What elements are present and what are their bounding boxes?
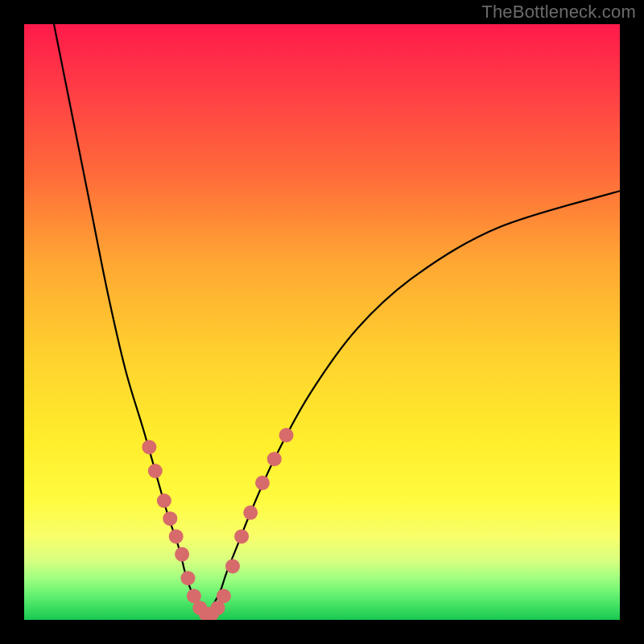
sample-dots <box>142 428 293 620</box>
sample-dot <box>181 571 196 585</box>
curve-layer <box>24 24 620 620</box>
bottleneck-curve <box>54 24 620 615</box>
sample-dot <box>234 529 249 543</box>
watermark-text: TheBottleneck.com <box>481 2 636 23</box>
sample-dot <box>217 588 231 603</box>
sample-dot <box>255 476 270 490</box>
plot-area <box>24 24 620 620</box>
sample-dot <box>225 559 240 573</box>
sample-dot <box>163 511 177 526</box>
sample-dot <box>157 493 171 508</box>
sample-dot <box>243 506 258 520</box>
sample-dot <box>148 464 163 478</box>
sample-dot <box>175 547 189 562</box>
sample-dot <box>169 529 184 543</box>
sample-dot <box>142 440 156 454</box>
sample-dot <box>267 452 282 466</box>
sample-dot <box>279 428 294 443</box>
chart-frame: TheBottleneck.com <box>0 0 644 644</box>
